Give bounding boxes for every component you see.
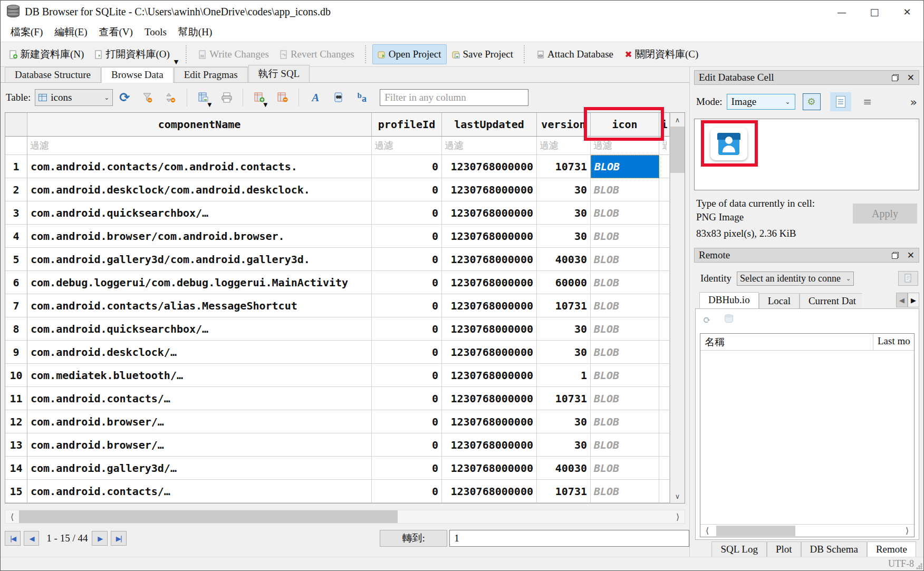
cell-lastUpdated[interactable]: 1230768000000	[442, 387, 537, 410]
cell-profileId[interactable]: 0	[372, 271, 442, 294]
save-results-button[interactable]: ▼	[195, 89, 213, 107]
menu-tools[interactable]: Tools	[139, 25, 172, 40]
close-database-button[interactable]: ✖ 關閉資料庫(C)	[619, 43, 704, 65]
remote-tab-local[interactable]: Local	[759, 293, 800, 308]
cell-componentName[interactable]: com.android.contacts/alias.MessageShortc…	[27, 294, 372, 317]
cell-partial[interactable]	[659, 341, 670, 364]
cell-icon-blob[interactable]: BLOB	[591, 201, 659, 225]
close-panel-icon[interactable]: ✕	[907, 251, 915, 260]
font-format-button[interactable]: A	[306, 89, 324, 107]
cell-componentName[interactable]: com.debug.loggerui/com.debug.loggerui.Ma…	[27, 271, 372, 294]
filter-profileId[interactable]	[372, 137, 441, 154]
column-header-partial[interactable]: i	[659, 113, 670, 137]
refresh-button[interactable]: ⟳	[116, 89, 133, 107]
cell-lastUpdated[interactable]: 1230768000000	[442, 201, 537, 225]
tab-execute-sql[interactable]: 執行 SQL	[248, 65, 310, 82]
cell-lastUpdated[interactable]: 1230768000000	[442, 225, 537, 248]
scroll-down-icon[interactable]: ∨	[670, 489, 685, 503]
minimize-button[interactable]: —	[825, 1, 858, 23]
float-panel-icon[interactable]	[892, 74, 899, 81]
cell-partial[interactable]	[659, 410, 670, 433]
cell-lastUpdated[interactable]: 1230768000000	[442, 248, 537, 271]
menu-edit[interactable]: 編輯(E)	[49, 24, 93, 41]
horizontal-scrollbar[interactable]: ⟨ ⟩	[5, 510, 685, 524]
clear-filters-button[interactable]	[139, 89, 157, 107]
close-panel-icon[interactable]: ✕	[907, 73, 915, 82]
remote-column-last-modified[interactable]: Last mo	[873, 334, 914, 350]
tab-browse-data[interactable]: Browse Data	[101, 67, 174, 83]
cell-profileId[interactable]: 0	[372, 155, 442, 178]
mode-select[interactable]: Image ⌄	[727, 94, 795, 110]
cell-componentName[interactable]: com.android.browser/com.android.browser.	[27, 225, 372, 248]
cell-version[interactable]: 30	[537, 225, 591, 248]
open-database-dropdown[interactable]: ▼	[174, 59, 178, 65]
condensed-mode-button[interactable]: ba	[353, 89, 371, 107]
cell-icon-blob[interactable]: BLOB	[591, 480, 659, 503]
scroll-left-icon[interactable]: ⟨	[5, 512, 19, 522]
vertical-scrollbar[interactable]: ∧ ∨	[670, 113, 685, 503]
save-results-dropdown[interactable]: ▼	[208, 102, 212, 108]
resize-grip[interactable]	[916, 563, 922, 569]
cell-profileId[interactable]: 0	[372, 317, 442, 341]
attach-database-button[interactable]: Attach Database	[531, 44, 619, 64]
column-header-version[interactable]: version	[537, 113, 591, 137]
row-number[interactable]: 12	[5, 410, 27, 433]
remote-column-name[interactable]: 名稱	[700, 334, 873, 350]
close-button[interactable]: ✕	[891, 1, 923, 23]
cell-icon-blob[interactable]: BLOB	[591, 457, 659, 480]
cell-lastUpdated[interactable]: 1230768000000	[442, 317, 537, 341]
cell-partial[interactable]	[659, 387, 670, 410]
cell-icon-blob[interactable]: BLOB	[591, 387, 659, 410]
menu-view[interactable]: 查看(V)	[93, 24, 139, 41]
column-header-profileId[interactable]: profileId	[372, 113, 442, 137]
overflow-button[interactable]: »	[910, 95, 919, 109]
text-mode-button[interactable]	[830, 92, 851, 111]
cell-profileId[interactable]: 0	[372, 457, 442, 480]
word-wrap-button[interactable]: ≡	[859, 93, 877, 110]
cell-lastUpdated[interactable]: 1230768000000	[442, 341, 537, 364]
import-data-button[interactable]: ⚙	[803, 93, 821, 110]
cell-partial[interactable]	[659, 294, 670, 317]
cell-partial[interactable]	[659, 248, 670, 271]
cell-profileId[interactable]: 0	[372, 364, 442, 387]
cell-version[interactable]: 10731	[537, 387, 591, 410]
cell-partial[interactable]	[659, 457, 670, 480]
horizontal-scrollbar-thumb[interactable]	[19, 510, 398, 523]
cell-lastUpdated[interactable]: 1230768000000	[442, 364, 537, 387]
cell-version[interactable]: 30	[537, 178, 591, 201]
row-number[interactable]: 4	[5, 225, 27, 248]
filter-lastUpdated[interactable]	[442, 137, 536, 154]
cell-version[interactable]: 30	[537, 433, 591, 457]
scroll-right-icon[interactable]: ⟩	[671, 512, 685, 522]
tab-scroll-left-icon[interactable]: ◀	[896, 293, 908, 307]
tab-edit-pragmas[interactable]: Edit Pragmas	[174, 67, 248, 82]
cell-profileId[interactable]: 0	[372, 480, 442, 503]
identity-select[interactable]: Select an identity to conne ⌄	[737, 272, 854, 286]
row-number[interactable]: 13	[5, 433, 27, 457]
filter-icon[interactable]	[591, 137, 659, 154]
cell-profileId[interactable]: 0	[372, 433, 442, 457]
row-number[interactable]: 11	[5, 387, 27, 410]
row-number[interactable]: 2	[5, 178, 27, 201]
cell-profileId[interactable]: 0	[372, 225, 442, 248]
menu-file[interactable]: 檔案(F)	[5, 24, 49, 41]
cell-icon-blob[interactable]: BLOB	[591, 225, 659, 248]
row-number[interactable]: 9	[5, 341, 27, 364]
cell-lastUpdated[interactable]: 1230768000000	[442, 480, 537, 503]
cell-componentName[interactable]: com.android.contacts/…	[27, 387, 372, 410]
cell-partial[interactable]	[659, 433, 670, 457]
grid-corner[interactable]	[5, 113, 27, 137]
dock-tab-db-schema[interactable]: DB Schema	[801, 541, 867, 557]
cell-partial[interactable]	[659, 271, 670, 294]
cell-profileId[interactable]: 0	[372, 341, 442, 364]
cell-lastUpdated[interactable]: 1230768000000	[442, 155, 537, 178]
cell-icon-blob[interactable]: BLOB	[591, 178, 659, 201]
global-filter-input[interactable]	[380, 89, 528, 106]
menu-help[interactable]: 幫助(H)	[172, 24, 218, 41]
cell-lastUpdated[interactable]: 1230768000000	[442, 178, 537, 201]
cell-componentName[interactable]: com.mediatek.bluetooth/…	[27, 364, 372, 387]
cell-version[interactable]: 10731	[537, 294, 591, 317]
dock-tab-remote[interactable]: Remote	[867, 541, 916, 557]
cell-icon-blob[interactable]: BLOB	[591, 248, 659, 271]
cell-icon-blob[interactable]: BLOB	[591, 341, 659, 364]
